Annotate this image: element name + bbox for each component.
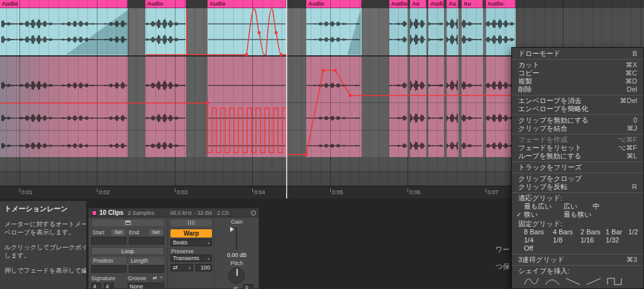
warp-button[interactable]: Warp bbox=[170, 229, 212, 237]
transient-loop-mode-dropdown[interactable]: ⇄ ▾ bbox=[170, 264, 193, 271]
menu-item-cut[interactable]: カット⌘X bbox=[512, 61, 643, 69]
menu-item-simplify-envelope[interactable]: エンベロープを簡略化 bbox=[512, 105, 643, 113]
menu-separator bbox=[512, 114, 643, 115]
menu-item-copy[interactable]: コピー⌘C bbox=[512, 69, 643, 77]
warp-mode-dropdown[interactable]: Beats ▾ bbox=[170, 239, 212, 246]
audio-clip[interactable] bbox=[447, 57, 458, 157]
grid-option-8bars[interactable]: 8 Bars bbox=[524, 228, 553, 236]
gain-slider[interactable] bbox=[236, 227, 237, 249]
audio-clip[interactable] bbox=[462, 8, 483, 55]
grid-option-medium[interactable]: 中 bbox=[592, 202, 637, 210]
grid-option-narrow[interactable]: 狭い bbox=[524, 210, 564, 219]
audio-clip[interactable] bbox=[389, 57, 408, 157]
follow-circle-icon[interactable] bbox=[251, 210, 256, 215]
commit-groove-icon[interactable]: * bbox=[160, 276, 162, 281]
grid-option-sixteenth[interactable]: 1/16 bbox=[580, 236, 606, 244]
menu-item-clear-envelope[interactable]: エンベロープを消去⌘Del bbox=[512, 97, 643, 105]
menu-item-reverse-clip[interactable]: クリップを反転R bbox=[512, 183, 643, 191]
sine-shape-icon[interactable] bbox=[524, 277, 539, 286]
square-shape-icon[interactable] bbox=[607, 277, 622, 286]
audio-clip[interactable] bbox=[428, 8, 444, 55]
menu-item-deactivate-loop[interactable]: ループを無効にする⌘L bbox=[512, 152, 643, 160]
audio-clip[interactable] bbox=[145, 57, 186, 157]
menu-item-freeze-track[interactable]: トラックをフリーズ bbox=[512, 163, 643, 172]
audio-clip[interactable] bbox=[462, 57, 483, 157]
ramp-up-shape-icon[interactable] bbox=[586, 277, 601, 286]
end-label: End bbox=[129, 229, 139, 236]
menu-item-draw-mode[interactable]: ドローモードB bbox=[512, 50, 643, 58]
clip-header[interactable]: Audio bbox=[428, 0, 444, 8]
grid-option-narrowest[interactable]: 最も狭い bbox=[564, 210, 592, 219]
menu-item-reset-fade[interactable]: フェードをリセット⌥⌘F bbox=[512, 144, 643, 152]
audio-clip[interactable] bbox=[306, 57, 362, 157]
audio-clip[interactable] bbox=[428, 57, 444, 157]
ramp-down-shape-icon[interactable] bbox=[565, 277, 580, 286]
hot-swap-icon[interactable]: ⇄ bbox=[153, 276, 157, 281]
menu-item-triplet-grid[interactable]: 3連符グリッド⌘3 bbox=[512, 256, 643, 264]
audio-clip[interactable] bbox=[447, 8, 458, 55]
grid-option-eighth[interactable]: 1/8 bbox=[553, 236, 580, 244]
signature-denominator-field[interactable]: 4 bbox=[104, 283, 114, 289]
clip-header[interactable]: Audio bbox=[145, 0, 186, 8]
loop-button[interactable]: Loop bbox=[91, 247, 164, 255]
gain-slider-handle[interactable] bbox=[230, 227, 234, 232]
grid-option-widest[interactable]: 最も広い bbox=[524, 202, 564, 210]
clip-header[interactable]: Audio bbox=[389, 0, 408, 8]
menu-item-crop-clip[interactable]: クリップをクロップ bbox=[512, 175, 643, 183]
gain-value[interactable]: 0.00 dB bbox=[216, 252, 257, 258]
grid-option-wide[interactable]: 広い bbox=[564, 202, 592, 210]
clip-header[interactable]: Audio bbox=[208, 0, 286, 8]
grid-option-2bars[interactable]: 2 Bars bbox=[580, 228, 606, 236]
position-field[interactable] bbox=[91, 265, 126, 273]
clip-header[interactable]: Audio bbox=[486, 0, 516, 8]
tab-clip[interactable] bbox=[91, 219, 165, 226]
adaptive-grid-header: 適応グリッド: bbox=[512, 194, 643, 202]
grid-option-quarter[interactable]: 1/4 bbox=[524, 236, 553, 244]
grid-option-1bar[interactable]: 1 Bar bbox=[606, 228, 628, 236]
pitch-knob[interactable] bbox=[228, 268, 245, 284]
set-start-button[interactable]: Set bbox=[111, 229, 125, 236]
transients-dropdown[interactable]: Transients ▾ bbox=[170, 254, 212, 262]
groove-field[interactable]: None bbox=[128, 283, 164, 289]
audio-clip[interactable] bbox=[389, 8, 408, 55]
audio-clip[interactable] bbox=[410, 57, 426, 157]
audio-clip[interactable] bbox=[0, 8, 128, 55]
grid-option-4bars[interactable]: 4 Bars bbox=[553, 228, 580, 236]
menu-item-delete[interactable]: 削除Del bbox=[512, 85, 643, 94]
menu-item-deactivate-clip[interactable]: クリップを無効にする0 bbox=[512, 116, 643, 124]
audio-clip[interactable] bbox=[208, 8, 286, 55]
groove-label: Groove bbox=[128, 275, 147, 281]
knob-pointer bbox=[236, 269, 238, 276]
audio-clip[interactable] bbox=[145, 8, 186, 55]
audio-clip[interactable] bbox=[410, 8, 426, 55]
clip-header[interactable]: Au bbox=[447, 0, 458, 8]
fixed-grid-header: 固定グリッド: bbox=[512, 220, 643, 228]
signature-numerator-field[interactable]: 4 bbox=[91, 283, 101, 289]
set-end-button[interactable]: Set bbox=[149, 229, 163, 236]
menu-item-consolidate-clip[interactable]: クリップを結合⌘J bbox=[512, 124, 643, 133]
grid-option-off[interactable]: Off bbox=[524, 244, 553, 253]
menu-separator bbox=[512, 192, 643, 193]
end-field[interactable] bbox=[129, 237, 164, 244]
detune-field[interactable]: 0 bbox=[243, 284, 253, 289]
audio-clip[interactable] bbox=[208, 57, 286, 157]
context-menu: ドローモードB カット⌘X コピー⌘C 複製⌘D 削除Del エンベロープを消去… bbox=[511, 47, 644, 289]
start-field[interactable] bbox=[91, 237, 126, 244]
clip-header[interactable]: Audio bbox=[306, 0, 362, 8]
clip-header[interactable]: Au bbox=[462, 0, 483, 8]
adaptive-grid-options: ✓ 狭い 最も狭い bbox=[512, 210, 643, 219]
curve-shape-icon[interactable] bbox=[545, 277, 560, 286]
grid-option-thirtysecond[interactable]: 1/32 bbox=[606, 236, 628, 244]
hidden-text-fragment: ワー bbox=[496, 245, 509, 254]
tab-sample[interactable] bbox=[170, 219, 213, 226]
audio-clip[interactable] bbox=[0, 57, 128, 157]
grid-option-half[interactable]: 1/2 bbox=[628, 228, 638, 236]
preserve-label: Preserve bbox=[171, 248, 194, 254]
clip-header[interactable]: Au bbox=[410, 0, 426, 8]
pitch-label: Pitch bbox=[216, 260, 257, 266]
audio-clip[interactable] bbox=[306, 8, 362, 55]
clip-header[interactable]: Audio bbox=[0, 0, 128, 8]
transient-envelope-field[interactable]: 100 bbox=[196, 264, 212, 271]
menu-item-duplicate[interactable]: 複製⌘D bbox=[512, 77, 643, 85]
length-field[interactable] bbox=[129, 265, 164, 273]
